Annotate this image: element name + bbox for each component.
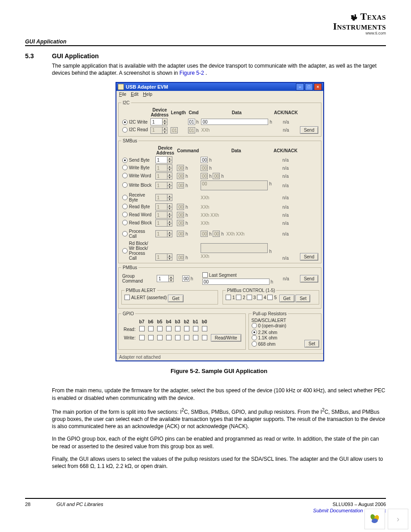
radio-read-word[interactable]: Read Word — [122, 212, 151, 217]
intro-paragraph: The sample application that is available… — [52, 62, 386, 77]
spin-rdw-addr[interactable]: 1▲▼ — [155, 211, 172, 219]
radio-write-word[interactable]: Write Word — [122, 173, 151, 178]
close-button[interactable]: × — [314, 83, 322, 90]
spin-pc-addr[interactable]: 1▲▼ — [155, 230, 172, 237]
chk-write-b6[interactable] — [148, 335, 154, 340]
spin-ww-addr[interactable]: 1▲▼ — [155, 172, 172, 180]
radio-send-byte[interactable]: Send Byte — [122, 158, 150, 163]
tb-wbl-data[interactable]: 00 — [201, 180, 268, 190]
chk-alert-asserted[interactable]: ALERT (asserted) — [124, 295, 167, 300]
tb-wb-data[interactable]: 00 — [201, 165, 208, 171]
chk-write-b7[interactable] — [139, 335, 145, 340]
minimize-button[interactable]: – — [296, 83, 304, 90]
tb-rwb-cmd[interactable]: 00 — [177, 254, 184, 261]
maximize-button[interactable]: □ — [305, 83, 313, 90]
chk-read-b7[interactable] — [139, 326, 145, 331]
chk-write-b4[interactable] — [166, 335, 171, 340]
spin-wbl-addr[interactable]: 1▲▼ — [155, 182, 172, 189]
radio-write-block[interactable]: Write Block — [122, 182, 151, 188]
tb-gc-data[interactable]: 00 — [202, 279, 270, 285]
viewer-next-button[interactable]: › — [388, 509, 408, 529]
btn-i2c-send[interactable]: Send — [300, 126, 318, 134]
spin-rdb-addr[interactable]: 1▲▼ — [155, 203, 172, 210]
tb-i2cw-cmd[interactable]: 01 — [188, 119, 195, 125]
spin-wb-addr[interactable]: 1▲▼ — [155, 164, 172, 172]
tb-rdb-cmd[interactable]: 00 — [177, 204, 184, 210]
tb-i2cw-data[interactable]: 00 — [201, 119, 268, 125]
radio-pu-11[interactable]: 1.1K ohm — [252, 335, 278, 340]
chk-read-b6[interactable] — [148, 326, 154, 331]
radio-pu-22[interactable]: 2.2K ohm — [252, 330, 278, 335]
spin-i2cw-addr[interactable]: 1▲▼ — [150, 118, 167, 125]
app-icon — [118, 84, 124, 90]
btn-ctrl-set[interactable]: Set — [295, 295, 310, 302]
viewer-logo-icon[interactable] — [364, 509, 385, 529]
status-bar: Adapter not attached — [116, 353, 323, 360]
tb-rdw-cmd[interactable]: 00 — [177, 212, 184, 218]
chk-write-b1[interactable] — [193, 335, 198, 340]
radio-process-call[interactable]: ProcessCall — [122, 229, 145, 239]
radio-read-byte[interactable]: Read Byte — [122, 204, 150, 209]
chk-write-b2[interactable] — [184, 335, 189, 340]
tb-i2cr-cmd[interactable]: 01 — [188, 127, 195, 133]
btn-alert-get[interactable]: Get — [168, 295, 183, 302]
chk-read-b0[interactable] — [202, 326, 207, 331]
tb-gc-cmd[interactable]: 00 — [182, 275, 189, 282]
chk-ctrl-3[interactable]: 3 — [247, 295, 256, 300]
ack-rwb: n/a — [273, 239, 299, 261]
radio-i2c-read[interactable]: I2C Read — [122, 127, 148, 133]
tb-sb-data[interactable]: 00 — [201, 157, 208, 163]
chk-read-b3[interactable] — [175, 326, 180, 331]
spin-rdbl-addr[interactable]: 1▲▼ — [155, 219, 172, 227]
chk-ctrl-5[interactable]: 5 — [267, 295, 277, 300]
tb-rdbl-cmd[interactable]: 00 — [177, 220, 184, 226]
radio-write-byte[interactable]: Write Byte — [122, 165, 150, 170]
chk-ctrl-2[interactable]: 2 — [236, 295, 245, 300]
chk-write-b3[interactable] — [175, 335, 180, 340]
lbl-pullup-subtitle: SDA/SCL/ALERT — [252, 318, 319, 323]
spin-rwb-addr[interactable]: 1▲▼ — [155, 253, 172, 261]
btn-pmbus-send[interactable]: Send — [300, 275, 318, 283]
spin-i2cr-addr[interactable]: 1▲▼ — [150, 127, 167, 134]
btn-gpio-readwrite[interactable]: Read/Write — [211, 334, 241, 342]
figure-link[interactable]: Figure 5-2 — [180, 70, 204, 76]
chk-write-b5[interactable] — [157, 335, 163, 340]
spin-sb-addr[interactable]: 1▲▼ — [155, 156, 172, 163]
tb-ww-d1[interactable]: 00 — [201, 173, 208, 179]
radio-read-block[interactable]: Read Block — [122, 220, 152, 225]
chk-read-b1[interactable] — [193, 326, 198, 331]
menu-help[interactable]: Help — [143, 92, 152, 97]
radio-receive-byte[interactable]: ReceiveByte — [122, 193, 145, 202]
tb-ww-cmd[interactable]: 00 — [177, 173, 184, 179]
radio-rdwr-block[interactable]: Rd Block/Wr Block/ProcessCall — [122, 241, 148, 261]
radio-pu-open[interactable]: 0 (open-drain) — [252, 323, 287, 328]
btn-pullup-set[interactable]: Set — [304, 340, 319, 348]
btn-ctrl-get[interactable]: Get — [279, 295, 295, 302]
chk-last-segment[interactable]: Last Segment — [202, 272, 237, 278]
ack-rb: n/a — [273, 191, 299, 203]
chk-read-b2[interactable] — [184, 326, 189, 331]
tb-pc-d2[interactable]: 00 — [213, 231, 220, 237]
ti-logo: Texas Instruments www.ti.com — [333, 12, 386, 35]
menu-edit[interactable]: Edit — [131, 92, 138, 97]
tb-pc-cmd[interactable]: 00 — [177, 231, 184, 237]
tb-i2cr-len[interactable]: 01 — [171, 127, 178, 133]
chk-write-b0[interactable] — [202, 335, 207, 340]
tb-rwb-data[interactable] — [201, 243, 268, 253]
radio-i2c-write[interactable]: I2C Write — [122, 120, 148, 125]
tb-ww-d2[interactable]: 00 — [213, 173, 220, 179]
spin-gc-addr[interactable]: 1▲▼ — [157, 275, 174, 282]
menu-file[interactable]: File — [119, 92, 126, 97]
tb-wb-cmd[interactable]: 00 — [177, 165, 184, 171]
legend-pmbus-control: PMBus CONTROL (1-5) — [226, 288, 276, 293]
radio-pu-668[interactable]: 668 ohm — [252, 341, 276, 347]
btn-smbus-send[interactable]: Send — [300, 253, 318, 261]
legend-pullup: Pull-up Resistors — [252, 311, 288, 316]
tb-pc-d1[interactable]: 00 — [201, 231, 208, 237]
chk-ctrl-1[interactable]: 1 — [226, 295, 235, 300]
spin-rb-addr[interactable]: 1▲▼ — [155, 194, 172, 201]
chk-read-b4[interactable] — [166, 326, 171, 331]
tb-wbl-cmd[interactable]: 00 — [177, 182, 184, 189]
chk-read-b5[interactable] — [157, 326, 163, 331]
chk-ctrl-4[interactable]: 4 — [257, 295, 266, 300]
